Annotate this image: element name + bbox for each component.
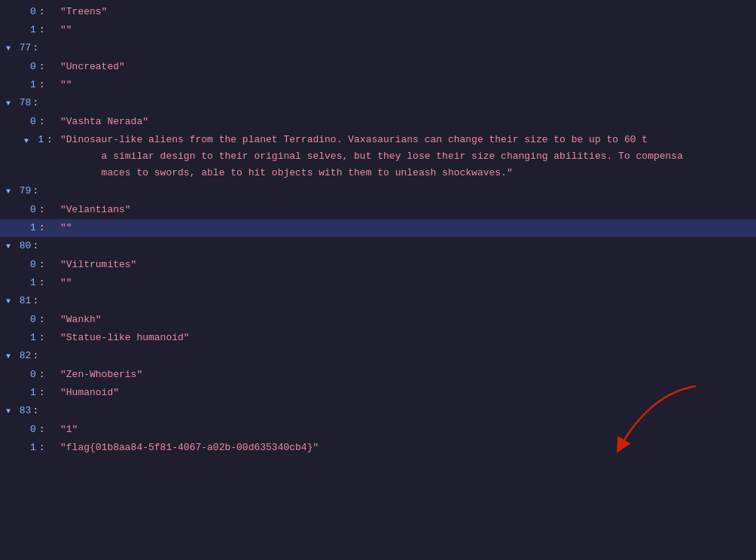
string-value: "Wankh" — [60, 312, 102, 328]
index-key: 0 — [30, 204, 39, 215]
string-value: "Statue-like humanoid" — [60, 330, 190, 346]
string-value: "Zen-Whoberis" — [60, 367, 142, 383]
section-number: 79 — [20, 185, 32, 196]
section-header-80: ▼ 80: — [0, 237, 756, 256]
toggle-arrow[interactable]: ▼ — [3, 239, 14, 255]
section-number: 81 — [20, 295, 32, 306]
string-value: "1" — [60, 422, 78, 438]
section-header-83: ▼ 83: — [0, 402, 756, 421]
index-key: 1 — [30, 277, 39, 288]
section-number: 78 — [20, 97, 32, 108]
table-row: 1: "" — [0, 274, 756, 292]
json-viewer: 0: "Treens" 1: "" ▼ 77: 0: "Uncreated" 1… — [0, 0, 756, 460]
table-row-multiline: ▼ 1: "Dinosaur-like aliens from the plan… — [0, 131, 756, 182]
section-number: 82 — [20, 350, 32, 361]
table-row: 0: "Treens" — [0, 3, 756, 21]
index-key: 1 — [30, 24, 39, 35]
section-header-79: ▼ 79: — [0, 182, 756, 201]
index-key: 0 — [30, 369, 39, 380]
table-row: 0: "Viltrumites" — [0, 256, 756, 274]
index-key: 1 — [30, 332, 39, 343]
table-row: 0: "Velantians" — [0, 201, 756, 219]
index-key: 1 — [30, 442, 39, 453]
section-number: 80 — [20, 240, 32, 251]
string-value: "" — [60, 220, 72, 236]
section-header-77: ▼ 77: — [0, 39, 756, 58]
table-row: 0: "Uncreated" — [0, 58, 756, 76]
table-row: 0: "1" — [0, 421, 756, 439]
string-value: "" — [60, 77, 72, 93]
table-row: 1: "Statue-like humanoid" — [0, 329, 756, 347]
table-row: 0: "Vashta Nerada" — [0, 113, 756, 131]
toggle-arrow[interactable]: ▼ — [3, 294, 14, 310]
table-row: 0: "Wankh" — [0, 311, 756, 329]
table-row-highlighted: 1: "" — [0, 219, 756, 237]
string-value: "Humanoid" — [60, 385, 119, 401]
string-value: "Uncreated" — [60, 59, 125, 75]
index-key: 1 — [32, 132, 47, 148]
index-key: 1 — [30, 79, 39, 90]
toggle-arrow[interactable]: ▼ — [21, 133, 32, 150]
section-header-78: ▼ 78: — [0, 94, 756, 113]
index-key: 1 — [30, 387, 39, 398]
multiline-value: "Dinosaur-like aliens from the planet Te… — [60, 132, 683, 181]
index-key: 0 — [30, 259, 39, 270]
string-value: "Vashta Nerada" — [60, 114, 148, 130]
section-header-81: ▼ 81: — [0, 292, 756, 311]
table-row: 1: "" — [0, 21, 756, 39]
string-value: "" — [60, 275, 72, 291]
index-key: 0 — [30, 314, 39, 325]
index-key: 0 — [30, 116, 39, 127]
string-value: "Viltrumites" — [60, 257, 136, 273]
flag-row: 1: "flag{01b8aa84-5f81-4067-a02b-00d6353… — [0, 439, 756, 457]
string-value: "" — [60, 22, 72, 38]
index-key: 1 — [30, 222, 39, 233]
toggle-arrow[interactable]: ▼ — [3, 403, 14, 420]
section-number: 83 — [20, 405, 32, 416]
toggle-arrow[interactable]: ▼ — [3, 348, 14, 365]
table-row: 1: "Humanoid" — [0, 384, 756, 402]
toggle-arrow[interactable]: ▼ — [3, 96, 14, 112]
table-row: 1: "" — [0, 76, 756, 94]
string-value: "Treens" — [60, 4, 107, 20]
index-key: 0 — [30, 6, 39, 17]
index-key: 0 — [30, 61, 39, 72]
flag-value: "flag{01b8aa84-5f81-4067-a02b-00d635340c… — [60, 440, 319, 456]
toggle-arrow[interactable]: ▼ — [3, 184, 14, 200]
section-header-82: ▼ 82: — [0, 347, 756, 366]
section-number: 77 — [20, 42, 32, 53]
string-value: "Velantians" — [60, 202, 131, 218]
toggle-arrow[interactable]: ▼ — [3, 41, 14, 57]
table-row: 0: "Zen-Whoberis" — [0, 366, 756, 384]
index-key: 0 — [30, 424, 39, 435]
